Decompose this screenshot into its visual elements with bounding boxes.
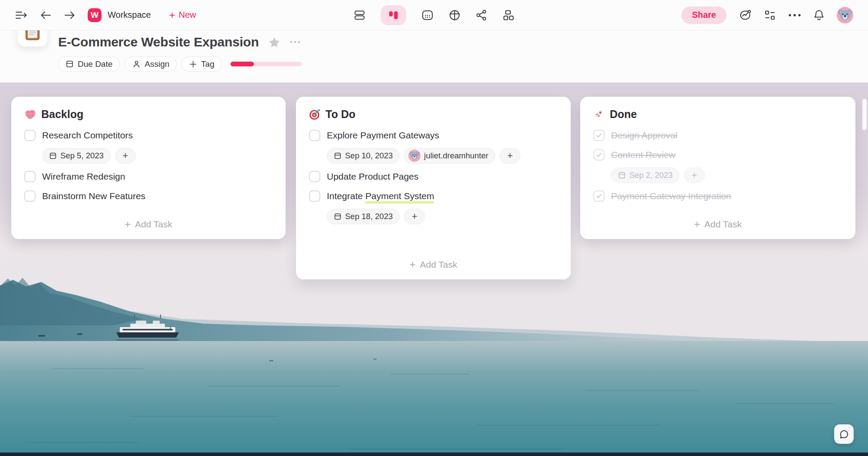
date-pill[interactable]: Sep 5, 2023	[42, 148, 111, 164]
org-view-icon[interactable]	[503, 10, 514, 21]
sidebar-toggle-icon[interactable]	[15, 10, 28, 21]
task-label: Update Product Pages	[327, 171, 418, 182]
plus-icon	[189, 60, 197, 68]
task-row[interactable]: Explore Payment Gateways	[309, 128, 558, 142]
toolbar-left: W Workspace + New	[15, 8, 196, 22]
activity-icon[interactable]	[739, 9, 752, 21]
person-icon	[132, 60, 141, 68]
date-label: Sep 10, 2023	[345, 151, 393, 161]
star-icon[interactable]	[268, 36, 280, 48]
task-meta-row: Sep 18, 2023 +	[327, 209, 558, 224]
task-label: Wireframe Redesign	[42, 171, 125, 182]
toolbar-right: Share	[681, 7, 853, 24]
task-checkbox-checked[interactable]	[593, 130, 605, 141]
add-meta-pill[interactable]: +	[684, 167, 705, 183]
page-title: E-Commerce Website Expansion	[58, 35, 259, 49]
calendar-icon	[334, 152, 342, 160]
kanban-board: Backlog Research Competitors Sep 5, 2023…	[0, 82, 868, 456]
add-task-button[interactable]: + Add Task	[580, 218, 855, 230]
board-view-active-pill[interactable]	[381, 5, 406, 25]
date-pill[interactable]: Sep 18, 2023	[327, 209, 400, 224]
workspace-badge[interactable]: W	[88, 8, 102, 22]
task-row[interactable]: Brainstorm New Features	[24, 189, 273, 203]
task-checkbox[interactable]	[24, 130, 36, 141]
back-arrow-icon[interactable]	[40, 10, 52, 20]
highlighted-text: Payment System	[365, 191, 434, 203]
add-meta-pill[interactable]: +	[500, 148, 520, 164]
task-row-done[interactable]: Content Review	[593, 148, 842, 162]
notification-bell-icon[interactable]	[813, 9, 825, 21]
tag-button[interactable]: Tag	[182, 56, 222, 72]
task-row[interactable]: Integrate Payment System	[309, 189, 558, 203]
plus-icon: +	[169, 10, 175, 20]
title-more-icon[interactable]	[290, 41, 300, 43]
task-row-done[interactable]: Design Approval	[593, 128, 842, 142]
task-label: Explore Payment Gateways	[327, 130, 439, 141]
column-header-todo: To Do	[309, 108, 558, 121]
calendar-view-icon[interactable]	[422, 10, 434, 21]
plus-icon: +	[125, 218, 131, 230]
task-meta-row: Sep 5, 2023 +	[42, 148, 273, 164]
task-label: Content Review	[611, 150, 675, 160]
more-ellipsis-icon[interactable]	[788, 13, 801, 17]
task-label: Research Competitors	[42, 130, 133, 141]
task-checkbox[interactable]	[24, 190, 36, 202]
add-meta-pill[interactable]: +	[115, 148, 136, 164]
chat-button[interactable]	[834, 424, 854, 444]
speech-bubble-icon	[839, 429, 849, 440]
calendar-icon	[618, 171, 626, 179]
add-task-button[interactable]: + Add Task	[296, 259, 571, 271]
column-title: To Do	[326, 108, 355, 121]
task-checkbox[interactable]	[309, 130, 320, 141]
due-date-button[interactable]: Due Date	[58, 56, 120, 72]
column-title: Done	[610, 108, 637, 121]
task-label: Design Approval	[611, 130, 677, 141]
task-row[interactable]: Update Product Pages	[309, 170, 558, 184]
add-task-label: Add Task	[704, 219, 742, 230]
check-icon	[595, 132, 602, 139]
column-header-done: Done	[593, 108, 842, 121]
share-nodes-icon[interactable]	[476, 10, 487, 21]
workspace-label[interactable]: Workspace	[108, 10, 151, 20]
add-task-button[interactable]: + Add Task	[11, 218, 286, 230]
calendar-icon	[334, 213, 342, 220]
progress-fill	[230, 62, 254, 66]
calendar-icon	[66, 60, 74, 68]
task-label: Payment Gateway Integration	[611, 191, 731, 201]
new-button-label: New	[179, 10, 196, 20]
task-row[interactable]: Wireframe Redesign	[24, 170, 273, 184]
plus-icon: +	[694, 218, 700, 230]
check-icon	[595, 151, 602, 158]
forward-arrow-icon[interactable]	[64, 10, 76, 20]
date-pill[interactable]: Sep 2, 2023	[611, 167, 680, 183]
assignee-pill[interactable]: juliet.dreamhunter	[404, 148, 495, 164]
new-button[interactable]: + New	[169, 10, 196, 20]
column-card-todo: To Do Explore Payment Gateways Sep 10, 2…	[296, 97, 571, 279]
check-icon	[595, 193, 602, 200]
tag-label: Tag	[201, 59, 214, 69]
date-label: Sep 2, 2023	[629, 171, 673, 180]
target-emoji	[309, 108, 321, 120]
add-task-label: Add Task	[135, 219, 172, 230]
column-card-backlog: Backlog Research Competitors Sep 5, 2023…	[11, 97, 286, 239]
board-view-icon	[387, 10, 400, 21]
list-view-icon[interactable]	[354, 10, 365, 21]
task-checkbox[interactable]	[309, 190, 320, 202]
preferences-icon[interactable]	[764, 10, 776, 21]
layout-view-icon[interactable]	[449, 10, 460, 21]
brain-emoji	[24, 109, 36, 120]
task-row-done[interactable]: Payment Gateway Integration	[593, 189, 842, 203]
date-pill[interactable]: Sep 10, 2023	[327, 148, 400, 164]
task-checkbox-checked[interactable]	[593, 149, 605, 161]
task-checkbox[interactable]	[309, 171, 320, 182]
add-meta-pill[interactable]: +	[404, 209, 425, 224]
task-checkbox-checked[interactable]	[593, 190, 605, 202]
koala-avatar	[408, 150, 421, 162]
koala-avatar[interactable]	[837, 7, 853, 23]
task-row[interactable]: Research Competitors	[24, 128, 273, 142]
share-button[interactable]: Share	[681, 7, 727, 24]
scrollbar-thumb[interactable]	[862, 99, 867, 130]
assign-button[interactable]: Assign	[125, 56, 177, 72]
task-checkbox[interactable]	[24, 171, 36, 182]
task-meta-row: Sep 10, 2023 juliet.dreamhunter +	[327, 148, 558, 164]
